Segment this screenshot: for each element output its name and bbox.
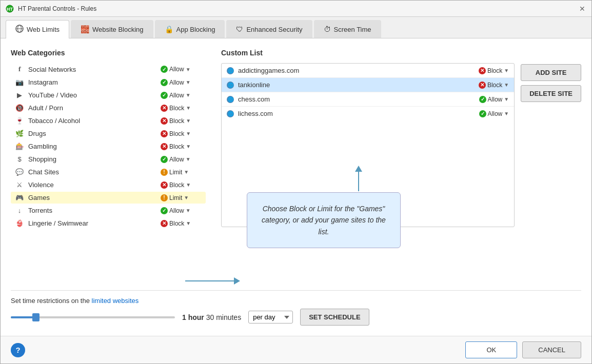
- tab-app-blocking[interactable]: 🔒 App Blocking: [155, 20, 225, 38]
- slider-thumb[interactable]: [32, 313, 40, 321]
- category-icon: 🌿: [15, 130, 24, 137]
- app-blocking-icon: 🔒: [165, 25, 173, 33]
- cancel-button[interactable]: CANCEL: [522, 341, 581, 358]
- time-controls: 1 hour 30 minutes per day per week SET S…: [11, 309, 581, 326]
- title-bar-left: HT HT Parental Controls - Rules: [6, 5, 96, 13]
- ok-button[interactable]: OK: [465, 341, 517, 358]
- category-row[interactable]: 🍷 Tobacco / Alcohol ✕ Block ▼: [11, 115, 206, 127]
- category-row[interactable]: 💬 Chat Sites ! Limit ▼: [11, 166, 206, 178]
- category-row[interactable]: 🔞 Adult / Porn ✕ Block ▼: [11, 102, 206, 114]
- dropdown-arrow[interactable]: ▼: [186, 118, 191, 124]
- list-item[interactable]: 🌐 addictinggames.com ✕ Block ▼: [222, 64, 514, 78]
- close-button[interactable]: ✕: [578, 5, 586, 13]
- status-badge: ✓ Allow ▼: [161, 92, 202, 99]
- status-text: Allow: [169, 207, 184, 214]
- status-text: Block: [169, 117, 184, 125]
- dropdown-arrow[interactable]: ▼: [186, 208, 191, 213]
- status-badge: ! Limit ▼: [161, 194, 202, 201]
- dropdown-arrow[interactable]: ▼: [184, 195, 189, 200]
- site-dropdown-arrow[interactable]: ▼: [504, 82, 509, 88]
- per-day-select[interactable]: per day per week: [248, 311, 293, 323]
- category-icon: 𝐟: [15, 65, 24, 73]
- dropdown-arrow[interactable]: ▼: [186, 220, 191, 226]
- site-dropdown-arrow[interactable]: ▼: [504, 96, 509, 102]
- tab-screen-time[interactable]: ⏱ Screen Time: [314, 20, 381, 38]
- status-text: Limit: [169, 194, 182, 201]
- category-row[interactable]: $ Shopping ✓ Allow ▼: [11, 153, 206, 165]
- status-dot: ✓: [161, 207, 168, 214]
- list-item[interactable]: 🌐 chess.com ✓ Allow ▼: [222, 92, 514, 107]
- site-status-text: Block: [487, 82, 502, 89]
- tab-app-blocking-label: App Blocking: [176, 26, 215, 33]
- category-name: Shopping: [28, 155, 156, 163]
- dropdown-arrow[interactable]: ▼: [186, 156, 191, 162]
- status-text: Block: [169, 181, 184, 189]
- category-icon: 🍷: [15, 117, 24, 125]
- site-name: lichess.com: [238, 110, 475, 117]
- tooltip-box: Choose Block or Limit for the "Games" ca…: [247, 192, 401, 248]
- category-row[interactable]: 📷 Instagram ✓ Allow ▼: [11, 76, 206, 88]
- category-row[interactable]: 🌿 Drugs ✕ Block ▼: [11, 128, 206, 139]
- left-panel: Web Categories 𝐟 Social Networks ✓ Allow…: [11, 49, 206, 283]
- footer-buttons: OK CANCEL: [465, 341, 581, 358]
- dropdown-arrow[interactable]: ▼: [186, 131, 191, 136]
- tab-web-limits[interactable]: Web Limits: [6, 20, 69, 38]
- dropdown-arrow[interactable]: ▼: [186, 105, 191, 111]
- add-site-button[interactable]: ADD SITE: [521, 64, 581, 81]
- dropdown-arrow[interactable]: ▼: [186, 144, 191, 149]
- time-label-prefix: Set time restrictions on the: [11, 297, 90, 305]
- site-globe-icon: 🌐: [227, 67, 234, 74]
- site-status: ✕ Block ▼: [479, 82, 509, 89]
- category-icon: 👙: [15, 219, 24, 227]
- category-icon: 🔞: [15, 104, 24, 112]
- category-list: 𝐟 Social Networks ✓ Allow ▼ 📷 Instagram …: [11, 63, 206, 229]
- site-globe-icon: 🌐: [227, 96, 234, 103]
- tab-website-blocking[interactable]: 🧱 Website Blocking: [71, 20, 153, 38]
- category-row[interactable]: ▶ YouTube / Video ✓ Allow ▼: [11, 89, 206, 101]
- category-row[interactable]: 🎰 Gambling ✕ Block ▼: [11, 140, 206, 152]
- dropdown-arrow[interactable]: ▼: [186, 92, 191, 98]
- app-icon: HT: [6, 5, 14, 13]
- status-badge: ✕ Block ▼: [161, 220, 202, 227]
- time-label-link[interactable]: limited websites: [92, 297, 139, 305]
- dropdown-arrow[interactable]: ▼: [186, 182, 191, 188]
- status-text: Limit: [169, 169, 182, 176]
- status-dot: !: [161, 194, 168, 201]
- tooltip-text: Choose Block or Limit for the "Games" ca…: [262, 205, 386, 236]
- dropdown-arrow[interactable]: ▼: [184, 169, 189, 175]
- category-name: Torrents: [28, 207, 156, 214]
- site-dropdown-arrow[interactable]: ▼: [504, 111, 509, 116]
- category-row[interactable]: 👙 Lingerie / Swimwear ✕ Block ▼: [11, 217, 206, 229]
- category-row[interactable]: ↓ Torrents ✓ Allow ▼: [11, 205, 206, 216]
- time-value: 1 hour: [182, 313, 204, 321]
- tab-enhanced-security[interactable]: 🛡 Enhanced Security: [226, 20, 312, 38]
- set-schedule-button[interactable]: SET SCHEDULE: [300, 309, 369, 326]
- site-name: addictinggames.com: [238, 67, 475, 74]
- site-status-dot: ✕: [479, 67, 486, 74]
- site-status-text: Block: [487, 67, 502, 74]
- dropdown-arrow[interactable]: ▼: [186, 67, 191, 72]
- status-badge: ✕ Block ▼: [161, 181, 202, 189]
- help-button[interactable]: ?: [11, 343, 25, 357]
- category-row[interactable]: 𝐟 Social Networks ✓ Allow ▼: [11, 63, 206, 75]
- title-bar: HT HT Parental Controls - Rules ✕: [1, 1, 591, 17]
- status-text: Block: [169, 143, 184, 150]
- category-row[interactable]: ⚔ Violence ✕ Block ▼: [11, 179, 206, 191]
- globe-icon: [15, 25, 24, 33]
- time-label: Set time restrictions on the limited web…: [11, 297, 581, 305]
- svg-text:HT: HT: [7, 7, 13, 12]
- status-badge: ✕ Block ▼: [161, 143, 202, 150]
- list-item[interactable]: 🌐 lichess.com ✓ Allow ▼: [222, 107, 514, 120]
- arrow-line-vertical: [358, 172, 359, 191]
- category-icon: $: [15, 155, 24, 163]
- list-item[interactable]: 🌐 tankionline ✕ Block ▼: [222, 78, 514, 92]
- main-window: HT HT Parental Controls - Rules ✕ Web Li…: [0, 0, 592, 364]
- status-badge: ✕ Block ▼: [161, 105, 202, 112]
- category-row[interactable]: 🎮 Games ! Limit ▼: [11, 192, 206, 204]
- status-text: Allow: [169, 79, 184, 86]
- status-dot: ✕: [161, 220, 168, 227]
- site-dropdown-arrow[interactable]: ▼: [504, 68, 509, 73]
- dropdown-arrow[interactable]: ▼: [186, 79, 191, 85]
- delete-site-button[interactable]: DELETE SITE: [521, 85, 581, 102]
- status-dot: ✓: [161, 92, 168, 99]
